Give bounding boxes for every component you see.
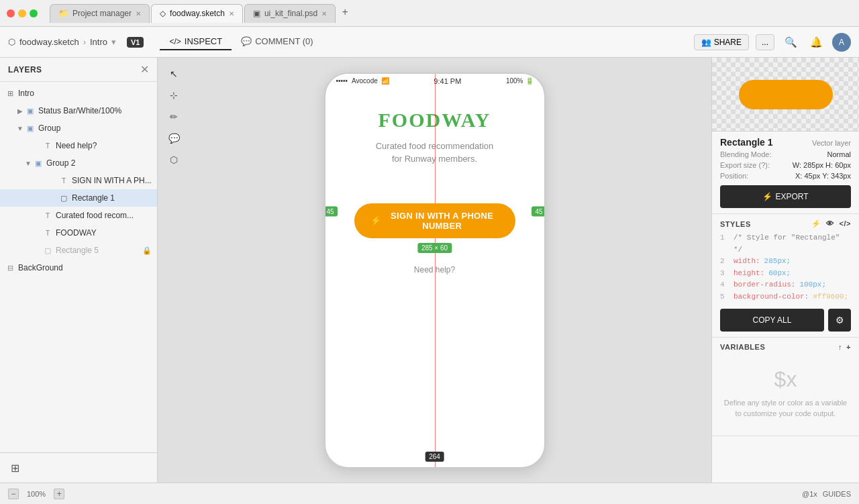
settings-button[interactable]: ⚙ — [828, 309, 851, 332]
breadcrumb-separator: › — [83, 37, 86, 47]
layers-panel-title: LAYERS — [8, 65, 42, 74]
zoom-level[interactable]: 100% — [27, 490, 46, 498]
zoom-out-button[interactable]: − — [8, 489, 19, 499]
breadcrumb-file[interactable]: foodway.sketch — [19, 37, 79, 47]
export-size-label: Export size (?): — [720, 161, 770, 169]
tab-project-manager[interactable]: 📁 Project manager ✕ — [50, 4, 150, 23]
zoom-in-button[interactable]: + — [54, 489, 64, 499]
scale-indicator[interactable]: @1x — [802, 490, 817, 498]
copy-all-button[interactable]: COPY ALL — [720, 309, 824, 332]
export-label: EXPORT — [775, 192, 808, 201]
layers-tool[interactable]: ⊞ — [5, 458, 24, 477]
add-tab-button[interactable]: + — [337, 4, 353, 20]
layer-sign-in-text[interactable]: T SIGN IN WITH A PH... — [0, 172, 157, 189]
wifi-icon: 📶 — [381, 77, 389, 85]
layer-status-bar[interactable]: ▶ ▣ Status Bar/White/100% — [0, 102, 157, 119]
text-icon: T — [43, 228, 52, 238]
layer-intro[interactable]: ⊞ Intro — [0, 85, 157, 102]
canvas-area[interactable]: ↖ ⊹ ✏ 💬 ⬡ 343 ••••• Avocode 📶 — [158, 58, 711, 483]
guides-toggle[interactable]: GUIDES — [823, 490, 851, 498]
psd-icon: ▣ — [253, 9, 260, 18]
add-variable-icon[interactable]: + — [846, 343, 851, 351]
upload-icon[interactable]: ↑ — [838, 343, 842, 351]
search-button[interactable]: 🔍 — [781, 33, 800, 52]
notifications-button[interactable]: 🔔 — [807, 33, 825, 52]
more-button[interactable]: ... — [756, 34, 774, 50]
inspect-icon: </> — [169, 37, 181, 46]
subtitle-line1: Curated food recommendation — [376, 141, 494, 151]
maximize-button[interactable] — [30, 9, 38, 17]
collapse-arrow[interactable]: ▼ — [24, 159, 32, 167]
group-icon: ▣ — [34, 158, 43, 168]
tab-label: ui_kit_final.psd — [264, 9, 317, 18]
layer-foodway[interactable]: T FOODWAY — [0, 224, 157, 242]
need-help-text: Need help? — [414, 265, 455, 274]
code-line-5: 5 background-color: #ff9600; — [720, 291, 851, 303]
layer-group[interactable]: ▼ ▣ Group — [0, 119, 157, 137]
bottom-bar-right: @1x GUIDES — [802, 490, 851, 498]
tab-bar: 📁 Project manager ✕ ◇ foodway.sketch ✕ ▣… — [50, 4, 852, 23]
spacer-left-badge: 45 — [324, 206, 338, 216]
close-button[interactable] — [7, 9, 15, 17]
close-panel-button[interactable]: ✕ — [140, 63, 149, 76]
minimize-button[interactable] — [18, 9, 26, 17]
tab-foodway-sketch[interactable]: ◇ foodway.sketch ✕ — [151, 4, 243, 23]
share-button[interactable]: 👥 SHARE — [694, 34, 749, 50]
spacer-right-badge: 45 — [532, 206, 545, 216]
breadcrumb-dropdown-icon[interactable]: ▾ — [111, 37, 116, 47]
variable-icon: $x — [774, 367, 797, 392]
tab-inspect[interactable]: </> INSPECT — [160, 34, 232, 50]
rect-icon: ▢ — [43, 246, 52, 255]
collapse-arrow[interactable]: ▶ — [16, 107, 24, 115]
text-icon: T — [43, 211, 52, 220]
code-icon[interactable]: </> — [840, 219, 851, 228]
sign-in-button[interactable]: SIGN IN WITH A PHONE NUMBER — [354, 203, 515, 238]
tab-label: foodway.sketch — [170, 9, 225, 18]
select-tool[interactable]: ⊹ — [164, 86, 183, 105]
tab-comment[interactable]: 💬 COMMENT (0) — [232, 34, 322, 50]
sign-in-label: SIGN IN WITH A PHONE NUMBER — [385, 211, 499, 231]
cursor-tool[interactable]: ↖ — [164, 64, 183, 83]
tab-close-icon[interactable]: ✕ — [136, 10, 141, 17]
layer-curated[interactable]: T Curated food recom... — [0, 207, 157, 224]
inspect-label: INSPECT — [185, 36, 222, 46]
lightning-icon[interactable]: ⚡ — [811, 219, 821, 228]
lock-icon: 🔒 — [142, 246, 152, 255]
zoom-tool[interactable]: ⬡ — [164, 150, 183, 169]
styles-title: STYLES — [720, 220, 751, 228]
breadcrumb-page[interactable]: Intro — [90, 37, 107, 47]
layer-background[interactable]: ⊟ BackGround — [0, 259, 157, 276]
sidebar-bottom-tools: ⊞ — [0, 452, 157, 483]
tab-close-icon[interactable]: ✕ — [321, 10, 327, 17]
pen-tool[interactable]: ✏ — [164, 107, 183, 126]
gear-icon: ⚙ — [836, 315, 844, 325]
copy-row: COPY ALL ⚙ — [720, 309, 851, 332]
layer-group2[interactable]: ▼ ▣ Group 2 — [0, 154, 157, 172]
subtitle-line2: for Runway members. — [392, 154, 477, 164]
position-value: X: 45px Y: 343px — [795, 172, 851, 180]
comment-tool[interactable]: 💬 — [164, 129, 183, 148]
eye-icon[interactable]: 👁 — [826, 219, 834, 228]
layer-rectangle5[interactable]: ▢ Rectangle 5 🔒 — [0, 242, 157, 259]
group-icon: ▣ — [26, 123, 35, 133]
export-button[interactable]: ⚡ EXPORT — [720, 185, 851, 208]
bell-icon: 🔔 — [810, 36, 823, 48]
preview-rectangle — [739, 80, 833, 109]
styles-section: STYLES ⚡ 👁 </> 1 /* Style for "Rectangle… — [712, 214, 859, 338]
toolbar-right: 👥 SHARE ... 🔍 🔔 A — [694, 33, 851, 52]
app-title: FOODWAY — [378, 109, 491, 132]
avocode-logo: ⬡ — [8, 37, 15, 47]
main-area: LAYERS ✕ ⊞ Intro ▶ ▣ Status Bar/White/10… — [0, 58, 859, 483]
avatar[interactable]: A — [832, 33, 851, 52]
layer-need-help[interactable]: T Need help? — [0, 137, 157, 154]
traffic-lights — [7, 9, 38, 17]
version-badge[interactable]: V1 — [127, 37, 144, 48]
layer-rectangle1[interactable]: ▢ Rectangle 1 — [0, 189, 157, 207]
tab-close-icon[interactable]: ✕ — [229, 10, 234, 17]
search-icon: 🔍 — [785, 36, 797, 48]
tab-ui-kit[interactable]: ▣ ui_kit_final.psd ✕ — [244, 4, 336, 23]
comment-label: COMMENT (0) — [255, 36, 313, 46]
phone-signal: ••••• Avocode 📶 — [336, 77, 389, 85]
collapse-arrow[interactable]: ▼ — [16, 124, 24, 132]
code-line-2: 2 width: 285px; — [720, 256, 851, 268]
